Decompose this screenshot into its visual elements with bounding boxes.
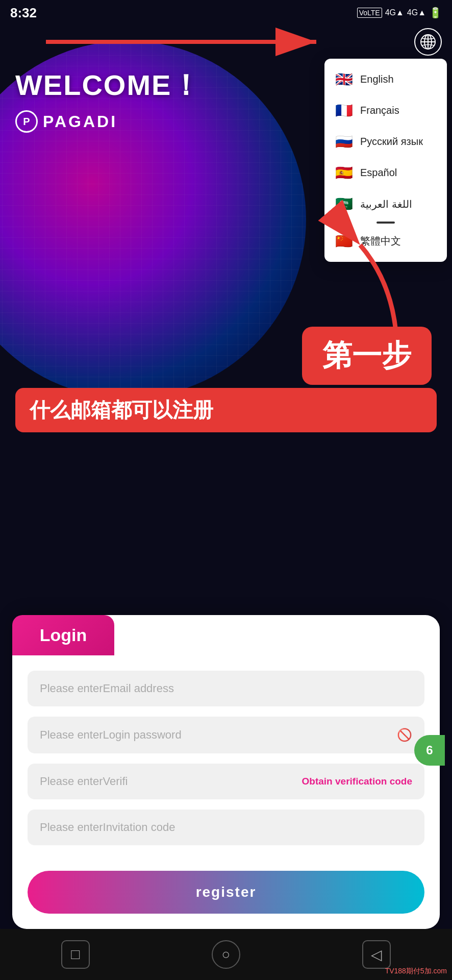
status-icons: VoLTE 4G▲ 4G▲ 🔋 xyxy=(357,7,442,19)
lang-label-arabic: اللغة العربية xyxy=(360,198,412,210)
register-label: register xyxy=(196,884,257,900)
status-time: 8:32 xyxy=(10,5,37,21)
globe-button[interactable] xyxy=(414,28,442,56)
lang-label-spanish: Español xyxy=(360,167,397,179)
lang-label-chinese: 繁體中文 xyxy=(360,234,401,248)
step1-text: 第一步 xyxy=(322,338,411,372)
flag-gb: 🇬🇧 xyxy=(335,71,353,88)
verify-placeholder: Please enterVerifi xyxy=(40,775,128,788)
nav-square-button[interactable]: □ xyxy=(61,940,90,969)
invitation-placeholder: Please enterInvitation code xyxy=(40,821,175,834)
lang-label-russian: Русский язык xyxy=(360,136,423,148)
invitation-input-field[interactable]: Please enterInvitation code xyxy=(28,810,424,845)
chat-label: 6 xyxy=(426,743,433,757)
flag-ru: 🇷🇺 xyxy=(335,133,353,150)
signal-4g2-icon: 4G▲ xyxy=(407,8,426,17)
lang-label-english: English xyxy=(360,74,394,85)
verify-input-field[interactable]: Please enterVerifi Obtain verification c… xyxy=(28,764,424,799)
annotation-step1: 第一步 xyxy=(302,327,432,385)
bottom-nav-bar: □ ○ ◁ xyxy=(0,929,452,980)
flag-cn: 🇨🇳 xyxy=(335,233,353,250)
lang-divider xyxy=(376,222,395,224)
brand-logo: P PAGADI xyxy=(15,110,201,133)
flag-sa: 🇸🇦 xyxy=(335,195,353,212)
obtain-code-button[interactable]: Obtain verification code xyxy=(302,776,412,787)
square-icon: □ xyxy=(71,946,80,963)
annotation-email: 什么邮箱都可以注册 xyxy=(15,388,437,432)
battery-icon: 🔋 xyxy=(429,7,442,19)
login-tab-label: Login xyxy=(40,625,87,645)
status-bar: 8:32 VoLTE 4G▲ 4G▲ 🔋 xyxy=(0,0,452,26)
back-arrow-icon: ◁ xyxy=(371,946,382,963)
signal-4g-icon: 4G▲ xyxy=(385,8,404,17)
email-note-text: 什么邮箱都可以注册 xyxy=(30,399,213,421)
password-input-field[interactable]: Please enterLogin password 🚫 xyxy=(28,717,424,753)
brand-name: PAGADI xyxy=(43,112,117,131)
globe-icon xyxy=(419,33,437,51)
volte-icon: VoLTE xyxy=(357,8,382,18)
lang-item-spanish[interactable]: 🇪🇸 Español xyxy=(324,157,447,188)
email-placeholder: Please enterEmail address xyxy=(40,682,174,695)
login-tab[interactable]: Login xyxy=(12,615,114,655)
welcome-section: WELCOME！ P PAGADI xyxy=(15,66,201,133)
welcome-title: WELCOME！ xyxy=(15,66,201,105)
lang-item-russian[interactable]: 🇷🇺 Русский язык xyxy=(324,126,447,157)
lang-item-chinese[interactable]: 🇨🇳 繁體中文 xyxy=(324,226,447,257)
brand-icon: P xyxy=(15,110,38,133)
register-button[interactable]: register xyxy=(28,871,424,914)
chat-button[interactable]: 6 xyxy=(414,735,445,766)
lang-label-french: Français xyxy=(360,105,399,116)
nav-back-button[interactable]: ◁ xyxy=(362,940,391,969)
nav-home-button[interactable]: ○ xyxy=(212,940,240,969)
lang-item-english[interactable]: 🇬🇧 English xyxy=(324,64,447,95)
password-placeholder: Please enterLogin password xyxy=(40,728,182,742)
flag-fr: 🇫🇷 xyxy=(335,102,353,119)
main-card: Login Please enterEmail address Please e… xyxy=(12,615,440,929)
language-dropdown: 🇬🇧 English 🇫🇷 Français 🇷🇺 Русский язык 🇪… xyxy=(324,59,447,262)
flag-es: 🇪🇸 xyxy=(335,164,353,181)
form-area: Please enterEmail address Please enterLo… xyxy=(12,655,440,861)
lang-item-arabic[interactable]: 🇸🇦 اللغة العربية xyxy=(324,188,447,219)
eye-slash-icon: 🚫 xyxy=(397,728,412,742)
watermark: TV188期付5加.com xyxy=(385,967,447,976)
circle-icon: ○ xyxy=(222,946,231,963)
email-input-field[interactable]: Please enterEmail address xyxy=(28,671,424,706)
lang-item-french[interactable]: 🇫🇷 Français xyxy=(324,95,447,126)
